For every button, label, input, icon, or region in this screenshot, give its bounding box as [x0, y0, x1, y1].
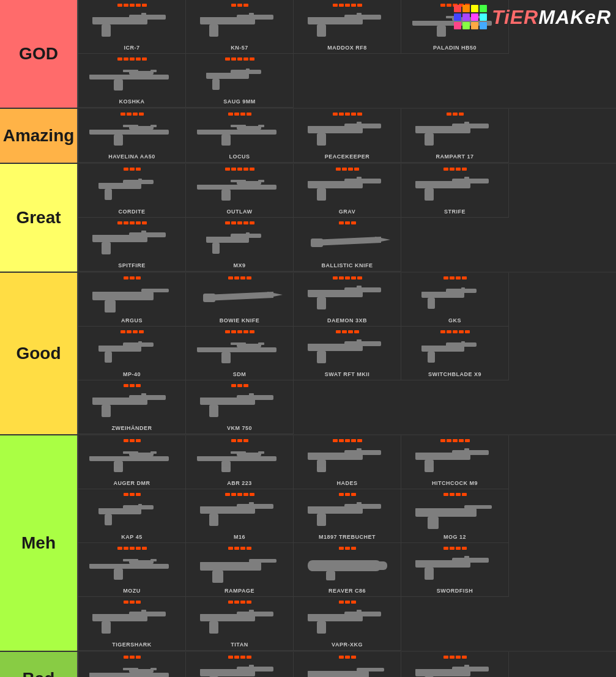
svg-rect-50: [452, 124, 489, 128]
weapon-cell: STRIFE: [401, 164, 509, 218]
weapon-cell: MX9: [186, 218, 294, 272]
weapon-cell: RAMPART 17: [401, 109, 509, 163]
svg-rect-155: [425, 460, 434, 472]
weapon-image: [194, 330, 286, 370]
svg-rect-196: [129, 612, 166, 616]
weapon-image: [86, 656, 178, 677]
weapon-cell: M1927: [186, 652, 294, 677]
svg-rect-174: [464, 505, 492, 509]
weapon-dots: [225, 330, 254, 333]
svg-rect-180: [150, 559, 157, 561]
svg-rect-229: [415, 669, 423, 672]
svg-rect-57: [138, 179, 142, 181]
tier-row-bad: Bad ESSEX MODEL 07 M1927: [0, 652, 616, 677]
weapon-image: [194, 656, 286, 677]
svg-rect-90: [105, 300, 116, 313]
weapon-dots: [339, 221, 356, 224]
weapon-cell: ESSEX MODEL 07: [78, 652, 186, 677]
svg-rect-64: [231, 180, 246, 182]
svg-rect-147: [231, 451, 246, 454]
svg-rect-69: [308, 181, 315, 184]
svg-rect-86: [311, 239, 323, 247]
weapon-image: [86, 384, 178, 424]
svg-rect-118: [317, 351, 326, 363]
svg-rect-197: [102, 621, 111, 634]
svg-rect-176: [415, 508, 428, 511]
svg-rect-214: [89, 673, 102, 675]
svg-rect-138: [114, 461, 123, 472]
svg-rect-34: [114, 135, 123, 146]
svg-rect-26: [123, 70, 138, 72]
svg-rect-198: [141, 610, 146, 613]
svg-rect-102: [428, 298, 435, 309]
weapon-dots: [231, 384, 248, 387]
svg-rect-47: [357, 122, 362, 125]
weapon-cell: ZWEIHÄNDER: [78, 380, 186, 434]
svg-rect-189: [375, 561, 387, 570]
weapon-cell: M1897 TREBUCHET: [294, 489, 401, 543]
tiermaker-logo: TiERMAKeR: [454, 5, 611, 29]
svg-rect-73: [464, 177, 469, 180]
svg-rect-124: [461, 341, 465, 344]
weapon-dots: [228, 547, 251, 550]
tier-content-great: CORDITE OUTLAW GRAV: [77, 164, 616, 272]
weapon-dots: [231, 4, 248, 7]
svg-rect-23: [114, 80, 123, 91]
weapon-dots: [117, 547, 147, 550]
svg-rect-1: [129, 15, 166, 20]
weapon-name-label: TIGERSHARK: [112, 642, 152, 648]
weapon-name-label: PEACEKEEPER: [325, 154, 370, 160]
svg-rect-220: [200, 669, 207, 672]
svg-rect-134: [249, 393, 254, 396]
svg-rect-112: [221, 352, 231, 363]
tier-content-bad: ESSEX MODEL 07 M1927 RK 7 GARRISON: [77, 652, 616, 677]
weapon-name-label: MX9: [233, 262, 245, 268]
weapon-cell: SWAT RFT MKII: [294, 327, 401, 380]
weapon-cell: ICR-7: [78, 0, 186, 54]
weapon-image: [194, 4, 286, 43]
weapon-cell: CORDITE: [78, 164, 186, 218]
svg-rect-78: [141, 231, 146, 234]
weapon-name-label: KN-57: [231, 45, 248, 51]
weapon-dots: [443, 493, 467, 496]
svg-rect-172: [308, 506, 315, 509]
weapon-name-label: MADDOX RF8: [327, 45, 367, 51]
svg-rect-194: [415, 560, 423, 563]
svg-marker-87: [375, 237, 390, 243]
svg-rect-206: [344, 612, 381, 616]
svg-rect-145: [258, 451, 264, 454]
svg-rect-192: [425, 568, 434, 580]
svg-rect-228: [464, 665, 469, 668]
weapon-cell: KOSHKA: [78, 54, 186, 108]
svg-rect-43: [231, 125, 246, 127]
weapon-image: [302, 4, 393, 43]
weapon-dots: [333, 276, 362, 279]
svg-rect-167: [200, 506, 207, 509]
svg-rect-209: [308, 614, 315, 617]
weapon-dots: [443, 547, 467, 550]
weapon-image: [194, 493, 286, 533]
svg-rect-71: [452, 179, 489, 183]
svg-rect-13: [357, 13, 362, 16]
weapon-name-label: REAVER C86: [328, 588, 366, 594]
weapon-image: [409, 439, 501, 479]
weapon-dots: [228, 601, 251, 604]
svg-rect-181: [89, 564, 102, 566]
weapon-image: [409, 493, 501, 533]
weapon-name-label: MOZU: [123, 588, 141, 594]
svg-rect-53: [415, 126, 423, 129]
weapon-cell: ABR 223: [186, 435, 294, 489]
weapon-dots: [336, 168, 359, 171]
weapon-cell: SWORDFISH: [401, 543, 509, 597]
weapon-dots: [339, 656, 356, 659]
weapon-image: [86, 330, 178, 370]
weapon-image: [302, 330, 393, 370]
svg-rect-4: [92, 17, 100, 20]
weapon-image: [86, 601, 178, 640]
svg-rect-157: [415, 453, 423, 456]
weapon-cell: VAPR-XKG: [294, 597, 401, 651]
svg-rect-3: [141, 13, 146, 16]
svg-rect-6: [237, 15, 273, 20]
weapon-dots: [124, 656, 141, 659]
svg-rect-161: [138, 504, 142, 506]
